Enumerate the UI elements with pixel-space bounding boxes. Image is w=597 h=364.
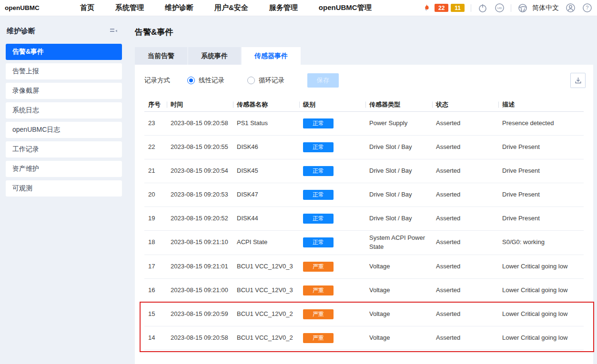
- tab[interactable]: 系统事件: [188, 47, 241, 65]
- tab[interactable]: 当前告警: [135, 47, 187, 65]
- cell-status: Asserted: [432, 116, 498, 131]
- table-row[interactable]: 21 2023-08-15 09:20:54 DISK45 正常 Drive S…: [144, 159, 584, 183]
- sidebar-item[interactable]: 资产维护: [6, 161, 122, 177]
- main-area: 告警&事件 当前告警系统事件传感器事件 记录方式 线性记录 循环记录 保存 序号…: [126, 16, 597, 364]
- top-nav-item[interactable]: openUBMC管理: [319, 3, 372, 12]
- help-icon[interactable]: ?: [582, 3, 592, 13]
- sidebar-item[interactable]: 可观测: [6, 180, 122, 197]
- cell-level: 正常: [299, 235, 365, 250]
- radio-ring[interactable]: [247, 77, 255, 84]
- level-badge: 严重: [303, 262, 334, 272]
- sidebar-item[interactable]: openUBMC日志: [6, 122, 122, 138]
- cell-sensor-name: PS1 Status: [233, 116, 299, 131]
- top-nav-item[interactable]: 服务管理: [269, 3, 298, 12]
- cell-level: 严重: [299, 306, 365, 322]
- top-nav-item[interactable]: 系统管理: [115, 3, 144, 12]
- table-row[interactable]: 14 2023-08-15 09:20:58 BCU1 VCC_12V0_2 严…: [144, 326, 584, 350]
- sidebar-item[interactable]: 录像截屏: [6, 83, 122, 99]
- cell-description: Presence detected: [498, 116, 584, 131]
- cell-time: 2023-08-15 09:20:58: [167, 116, 233, 131]
- radio-option[interactable]: 线性记录: [187, 76, 224, 85]
- cell-seq: 20: [144, 187, 167, 202]
- level-badge: 正常: [303, 237, 334, 247]
- cell-time: 2023-08-15 09:20:58: [167, 331, 233, 345]
- globe-icon[interactable]: [517, 3, 528, 13]
- cell-time: 2023-08-15 09:21:01: [167, 259, 233, 274]
- table-row[interactable]: 22 2023-08-15 09:20:55 DISK46 正常 Drive S…: [144, 136, 584, 159]
- cell-status: Asserted: [432, 211, 498, 226]
- radio-option[interactable]: 循环记录: [247, 76, 284, 85]
- cell-level: 正常: [299, 187, 365, 203]
- cell-description: Drive Present: [498, 211, 584, 226]
- save-button[interactable]: 保存: [307, 73, 339, 88]
- table-row[interactable]: 15 2023-08-15 09:20:59 BCU1 VCC_12V0_2 严…: [144, 303, 584, 326]
- cell-description: Drive Present: [498, 140, 584, 155]
- cell-sensor-type: Drive Slot / Bay: [365, 211, 432, 226]
- table-row[interactable]: 19 2023-08-15 09:20:52 DISK44 正常 Drive S…: [144, 207, 584, 231]
- sidebar-title: 维护诊断: [7, 27, 35, 36]
- table-row[interactable]: 20 2023-08-15 09:20:53 DISK47 正常 Drive S…: [144, 183, 584, 207]
- uid-icon[interactable]: UID: [494, 3, 505, 13]
- top-nav-item[interactable]: 首页: [80, 3, 94, 12]
- top-nav-item[interactable]: 维护诊断: [165, 3, 193, 12]
- cell-seq: 15: [144, 307, 167, 322]
- table-row[interactable]: 16 2023-08-15 09:21:00 BCU1 VCC_12V0_3 严…: [144, 279, 584, 303]
- table-body: 23 2023-08-15 09:20:58 PS1 Status 正常 Pow…: [144, 112, 584, 350]
- cell-sensor-name: BCU1 VCC_12V0_3: [233, 259, 299, 274]
- cell-sensor-name: DISK47: [233, 187, 299, 202]
- sidebar-item[interactable]: 告警上报: [6, 63, 122, 79]
- cell-status: Asserted: [432, 235, 498, 250]
- cell-seq: 22: [144, 140, 167, 155]
- cell-level: 严重: [299, 283, 365, 298]
- tab[interactable]: 传感器事件: [242, 47, 301, 65]
- cell-sensor-name: DISK46: [233, 140, 299, 155]
- svg-text:?: ?: [586, 5, 588, 10]
- cell-time: 2023-08-15 09:20:55: [167, 140, 233, 155]
- cell-sensor-name: ACPI State: [233, 235, 299, 250]
- user-icon[interactable]: [565, 3, 576, 13]
- column-header: 时间: [167, 100, 233, 109]
- cell-status: Asserted: [432, 283, 498, 298]
- critical-alarm-count[interactable]: 22: [435, 4, 448, 12]
- page-title: 告警&事件: [135, 27, 597, 38]
- sidebar: 维护诊断 告警&事件告警上报录像截屏系统日志openUBMC日志工作记录资产维护…: [0, 16, 126, 364]
- alarm-summary[interactable]: 22 11: [422, 3, 465, 13]
- cell-seq: 17: [144, 259, 167, 274]
- column-header: 描述: [498, 100, 584, 109]
- cell-status: Asserted: [432, 259, 498, 274]
- radio-ring[interactable]: [187, 77, 195, 84]
- download-button[interactable]: [570, 73, 586, 88]
- top-nav-item[interactable]: 用户&安全: [214, 3, 248, 12]
- cell-time: 2023-08-15 09:20:53: [167, 187, 233, 202]
- minor-alarm-count[interactable]: 11: [451, 4, 465, 12]
- table-row[interactable]: 23 2023-08-15 09:20:58 PS1 Status 正常 Pow…: [144, 112, 584, 136]
- top-bar: openUBMC 首页系统管理维护诊断用户&安全服务管理openUBMC管理 2…: [0, 0, 597, 16]
- sensor-events-panel: 记录方式 线性记录 循环记录 保存 序号时间传感器名称级别传感器类型状态描述 2…: [135, 65, 593, 364]
- sidebar-item[interactable]: 告警&事件: [6, 44, 122, 60]
- language-selector[interactable]: 简体中文: [532, 4, 559, 12]
- cell-sensor-type: Drive Slot / Bay: [365, 140, 432, 155]
- column-header: 状态: [432, 100, 498, 109]
- sidebar-item[interactable]: 工作记录: [6, 141, 122, 157]
- cell-level: 正常: [299, 139, 365, 155]
- radio-label: 循环记录: [259, 76, 284, 85]
- sidebar-item[interactable]: 系统日志: [6, 102, 122, 118]
- collapse-panel-icon[interactable]: [108, 26, 119, 36]
- cell-status: Asserted: [432, 307, 498, 322]
- table-row[interactable]: 18 2023-08-15 09:21:10 ACPI State 正常 Sys…: [144, 231, 584, 255]
- level-badge: 正常: [303, 214, 334, 224]
- cell-sensor-name: BCU1 VCC_12V0_3: [233, 283, 299, 298]
- cell-seq: 23: [144, 116, 167, 131]
- column-header: 级别: [299, 100, 365, 109]
- top-navigation: 首页系统管理维护诊断用户&安全服务管理openUBMC管理: [80, 3, 372, 12]
- cell-description: Lower Critical going low: [498, 259, 584, 274]
- cell-description: Lower Critical going low: [498, 283, 584, 298]
- flame-icon: [422, 3, 432, 13]
- cell-description: S0/G0: working: [498, 235, 584, 250]
- cell-status: Asserted: [432, 140, 498, 155]
- table-row[interactable]: 17 2023-08-15 09:21:01 BCU1 VCC_12V0_3 严…: [144, 255, 584, 279]
- cell-sensor-type: Voltage: [365, 307, 432, 322]
- power-icon[interactable]: [477, 3, 488, 13]
- cell-seq: 14: [144, 331, 167, 345]
- cell-status: Asserted: [432, 164, 498, 178]
